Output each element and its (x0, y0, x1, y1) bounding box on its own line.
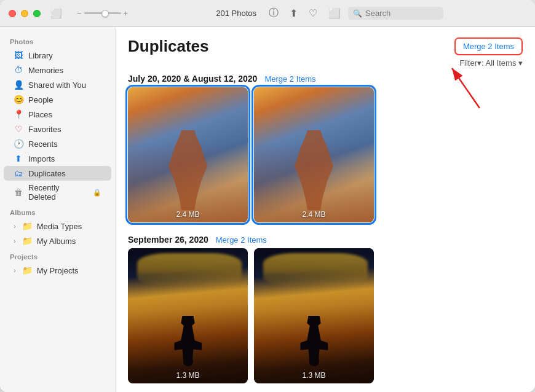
sidebar-item-media-types[interactable]: › 📁 Media Types (4, 219, 111, 233)
section-1-photos: PORTRAIT 2.4 MB PORTRAIT 2.4 MB (116, 87, 535, 229)
sidebar-item-media-types-label: Media Types (37, 222, 101, 231)
people-icon: 😊 (14, 95, 23, 104)
media-types-icon: 📁 (22, 221, 32, 231)
favorites-icon: ♡ (14, 124, 23, 134)
section-2-header: September 26, 2020 Merge 2 Items (116, 229, 535, 248)
merge-button[interactable]: Merge 2 Items (454, 37, 523, 55)
photo-thumb[interactable]: PORTRAIT 2.4 MB (254, 87, 374, 222)
section-2-date: September 26, 2020 (128, 235, 208, 245)
photo-thumb-night-1[interactable]: 1.3 MB (128, 248, 248, 383)
rotate-icon[interactable]: ⬜ (328, 7, 341, 19)
info-icon[interactable]: ⓘ (269, 7, 279, 20)
library-icon: 🖼 (14, 50, 23, 60)
sidebar-section-projects: Projects (0, 248, 115, 263)
sidebar-item-favorites-label: Favorites (28, 125, 101, 134)
sidebar-item-recents[interactable]: 🕐 Recents (4, 136, 111, 151)
sidebar-item-shared-with-you-label: Shared with You (28, 80, 101, 90)
sidebar-section-albums: Albums (0, 204, 115, 219)
zoom-slider-track[interactable] (84, 12, 121, 14)
search-input[interactable] (365, 9, 438, 18)
lock-icon: 🔒 (93, 189, 101, 197)
expand-icon-3: › (14, 267, 16, 274)
search-icon: 🔍 (353, 9, 362, 18)
sidebar-item-my-albums[interactable]: › 📁 My Albums (4, 233, 111, 248)
sidebar-item-recently-deleted[interactable]: 🗑 Recently Deleted 🔒 (4, 181, 111, 204)
photo-count: 201 Photos (216, 9, 256, 18)
sidebar-item-imports[interactable]: ⬆ Imports (4, 151, 111, 166)
photo-thumb-night-2[interactable]: 1.3 MB (254, 248, 374, 383)
sidebar-item-duplicates[interactable]: 🗂 Duplicates (4, 166, 111, 181)
content-scroll[interactable]: July 20, 2020 & August 12, 2020 Merge 2 … (116, 68, 535, 392)
section-1-merge-link[interactable]: Merge 2 Items (264, 74, 315, 84)
duplicates-icon: 🗂 (14, 168, 23, 178)
sidebar-item-library-label: Library (28, 51, 101, 60)
sidebar-item-my-albums-label: My Albums (37, 237, 101, 246)
photo-size: 2.4 MB (128, 210, 248, 219)
my-albums-icon: 📁 (22, 236, 32, 246)
section-3-header: September 26, 2020 Merge 3 Items (116, 390, 535, 392)
section-1-header: July 20, 2020 & August 12, 2020 Merge 2 … (116, 68, 535, 87)
zoom-out-icon[interactable]: − (77, 9, 82, 18)
sidebar-item-recents-label: Recents (28, 139, 101, 149)
heart-icon[interactable]: ♡ (309, 7, 317, 19)
titlebar-icons: ⓘ ⬆ ♡ ⬜ (269, 7, 341, 20)
sidebar-item-my-projects-label: My Projects (37, 266, 101, 275)
photo-thumb[interactable]: PORTRAIT 2.4 MB (128, 87, 248, 222)
sidebar-item-duplicates-label: Duplicates (28, 169, 101, 178)
photo-night-size-2: 1.3 MB (254, 371, 374, 380)
imports-icon: ⬆ (14, 154, 23, 163)
sidebar-item-recently-deleted-label: Recently Deleted (28, 183, 88, 202)
expand-icon-2: › (14, 237, 16, 245)
my-projects-icon: 📁 (22, 265, 32, 275)
page-title: Duplicates (128, 37, 209, 56)
sidebar-item-memories[interactable]: ⏱ Memories (4, 63, 111, 77)
sidebar-item-places[interactable]: 📍 Places (4, 107, 111, 122)
shared-with-you-icon: 👤 (14, 80, 23, 90)
memories-icon: ⏱ (14, 65, 23, 75)
sidebar-item-shared-with-you[interactable]: 👤 Shared with You (4, 77, 111, 92)
main-window: ⬜ − + 201 Photos ⓘ ⬆ ♡ ⬜ 🔍 (0, 0, 535, 392)
filter-label: Filter▾: All Items ▾ (459, 58, 523, 68)
sidebar-item-people[interactable]: 😊 People (4, 92, 111, 107)
share-icon[interactable]: ⬆ (290, 7, 298, 19)
section-2-photos: 1.3 MB 1.3 MB (116, 248, 535, 390)
search-box: 🔍 (348, 7, 443, 20)
sidebar-section-photos: Photos (0, 33, 115, 48)
sidebar-item-library[interactable]: 🖼 Library (4, 48, 111, 63)
sidebar-item-favorites[interactable]: ♡ Favorites (4, 122, 111, 136)
places-icon: 📍 (14, 109, 23, 119)
section-2-merge-link[interactable]: Merge 2 Items (216, 235, 267, 245)
sidebar-item-imports-label: Imports (28, 154, 101, 163)
sidebar-toggle-icon[interactable]: ⬜ (50, 8, 62, 19)
content-title-row: Duplicates Merge 2 Items (128, 37, 523, 56)
filter-button[interactable]: Filter▾: All Items ▾ (459, 58, 523, 68)
titlebar: ⬜ − + 201 Photos ⓘ ⬆ ♡ ⬜ 🔍 (0, 0, 535, 27)
expand-icon: › (14, 222, 16, 230)
photo-size-2: 2.4 MB (254, 210, 374, 219)
sidebar-item-my-projects[interactable]: › 📁 My Projects (4, 263, 111, 278)
section-1-date: July 20, 2020 & August 12, 2020 (128, 74, 257, 84)
sidebar: Photos 🖼 Library ⏱ Memories 👤 Shared wit… (0, 27, 116, 392)
recently-deleted-icon: 🗑 (14, 187, 23, 197)
zoom-slider-thumb[interactable] (101, 10, 109, 17)
sidebar-item-memories-label: Memories (28, 66, 101, 75)
zoom-button[interactable] (33, 10, 41, 17)
zoom-slider-area: − + (77, 9, 128, 18)
filter-row: Filter▾: All Items ▾ (128, 58, 523, 68)
zoom-in-icon[interactable]: + (124, 9, 129, 18)
photo-night-size-1: 1.3 MB (128, 371, 248, 380)
close-button[interactable] (9, 10, 16, 17)
titlebar-center: 201 Photos ⓘ ⬆ ♡ ⬜ 🔍 (133, 7, 526, 20)
sidebar-item-people-label: People (28, 95, 101, 104)
recents-icon: 🕐 (14, 139, 23, 149)
content-header: Duplicates Merge 2 Items (116, 27, 535, 68)
content-area: Duplicates Merge 2 Items (116, 27, 535, 392)
sidebar-item-places-label: Places (28, 110, 101, 119)
main-layout: Photos 🖼 Library ⏱ Memories 👤 Shared wit… (0, 27, 535, 392)
minimize-button[interactable] (21, 10, 28, 17)
